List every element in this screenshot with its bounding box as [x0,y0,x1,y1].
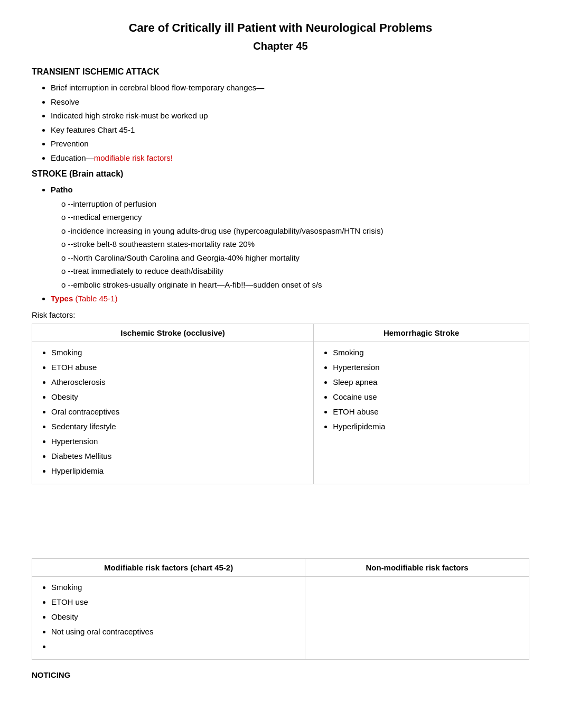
spacer [32,495,529,558]
modifiable-item-5 [51,640,296,653]
stroke-section: STROKE (Brain attack) Patho --interrupti… [32,169,529,484]
patho-label: Patho [51,185,73,194]
types-suffix: (Table 45-1) [73,294,117,303]
ischemic-item-5: Oral contraceptives [51,406,305,418]
patho-item: Patho --interruption of perfusion --medi… [51,184,529,291]
ischemic-list: Smoking ETOH abuse Atherosclerosis Obesi… [41,346,305,477]
hemorrhagic-item-6: Hyperlipidemia [333,420,520,433]
modifiable-list: Smoking ETOH use Obesity Not using oral … [41,581,296,653]
tia-bullet-list: Brief interruption in cerebral blood flo… [32,82,529,164]
ischemic-item-1: Smoking [51,346,305,359]
modifiable-item-4: Not using oral contraceptives [51,625,296,638]
hemorrhagic-list: Smoking Hypertension Sleep apnea Cocaine… [322,346,520,433]
types-item: Types (Table 45-1) [51,293,529,305]
hemorrhagic-item-5: ETOH abuse [333,406,520,418]
noticing-label: NOTICING [32,670,529,679]
patho-sub-1: --interruption of perfusion [61,198,529,210]
modifiable-table: Modifiable risk factors (chart 45-2) Non… [32,558,529,660]
ischemic-item-9: Hyperlipidemia [51,465,305,477]
patho-sub-6: --treat immediately to reduce death/disa… [61,265,529,278]
patho-sub-list: --interruption of perfusion --medical em… [51,198,529,291]
patho-sub-5: --North Carolina/South Carolina and Geor… [61,252,529,264]
tia-item-2: Resolve [51,96,529,108]
risk-factors-label: Risk factors: [32,310,529,319]
patho-sub-3: -incidence increasing in young adults-dr… [61,225,529,237]
modifiable-col-data: Smoking ETOH use Obesity Not using oral … [32,576,305,659]
ischemic-item-2: ETOH abuse [51,361,305,374]
modifiable-col-header: Modifiable risk factors (chart 45-2) [32,558,305,576]
stroke-heading: STROKE (Brain attack) [32,169,529,179]
non-modifiable-col-header: Non-modifiable risk factors [305,558,529,576]
tia-item-3: Indicated high stroke risk-must be worke… [51,110,529,122]
chapter-title: Chapter 45 [32,40,529,52]
modifiable-item-1: Smoking [51,581,296,594]
main-title: Care of Critically ill Patient with Neur… [32,21,529,35]
ischemic-item-6: Sedentary lifestyle [51,420,305,433]
tia-item-5: Prevention [51,138,529,150]
patho-sub-2: --medical emergency [61,211,529,224]
ischemic-col-header: Ischemic Stroke (occlusive) [32,324,314,342]
patho-sub-7: --embolic strokes-usually originate in h… [61,279,529,291]
tia-heading: TRANSIENT ISCHEMIC ATTACK [32,67,529,77]
modifiable-risk-text: modifiable risk factors! [94,153,173,162]
patho-sub-4: --stroke belt-8 southeastern states-mort… [61,238,529,251]
ischemic-col-data: Smoking ETOH abuse Atherosclerosis Obesi… [32,342,314,484]
ischemic-item-7: Hypertension [51,435,305,448]
education-text: Education— [51,153,94,162]
hemorrhagic-item-2: Hypertension [333,361,520,374]
types-label: Types [51,294,73,303]
hemorrhagic-col-header: Hemorrhagic Stroke [314,324,529,342]
non-modifiable-col-data [305,576,529,659]
tia-section: TRANSIENT ISCHEMIC ATTACK Brief interrup… [32,67,529,164]
risk-factors-table: Ischemic Stroke (occlusive) Hemorrhagic … [32,324,529,484]
hemorrhagic-item-1: Smoking [333,346,520,359]
tia-item-1: Brief interruption in cerebral blood flo… [51,82,529,94]
ischemic-item-4: Obesity [51,391,305,403]
ischemic-item-3: Atherosclerosis [51,376,305,389]
ischemic-item-8: Diabetes Mellitus [51,450,305,463]
tia-item-6: Education—modifiable risk factors! [51,152,529,164]
hemorrhagic-item-3: Sleep apnea [333,376,520,389]
modifiable-item-3: Obesity [51,611,296,623]
modifiable-item-2: ETOH use [51,596,296,609]
tia-item-4: Key features Chart 45-1 [51,124,529,136]
hemorrhagic-col-data: Smoking Hypertension Sleep apnea Cocaine… [314,342,529,484]
stroke-bullet-list: Patho --interruption of perfusion --medi… [32,184,529,305]
hemorrhagic-item-4: Cocaine use [333,391,520,403]
